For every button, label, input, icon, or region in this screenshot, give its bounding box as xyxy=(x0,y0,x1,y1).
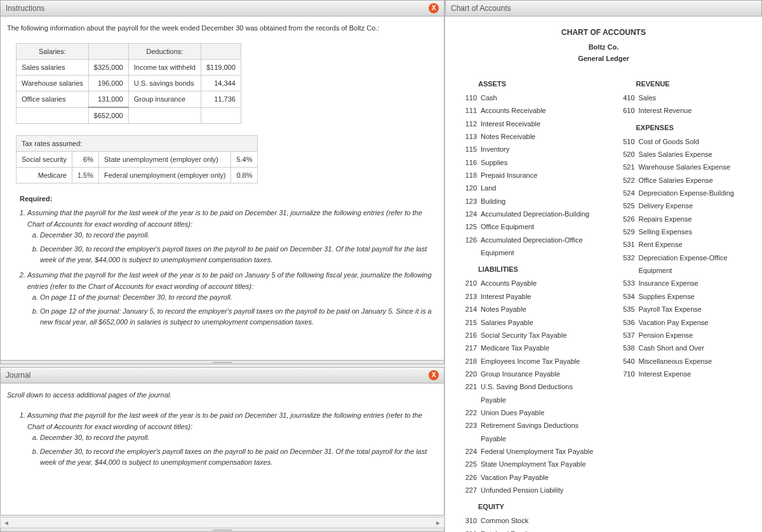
account-row: 525Delivery Expense xyxy=(613,199,752,212)
scroll-left-icon[interactable]: ◄ xyxy=(3,519,10,526)
journal-header: Journal X xyxy=(0,367,444,383)
account-row: 210Accounts Payable xyxy=(455,277,594,289)
account-name: Land xyxy=(481,182,594,194)
account-name: Notes Receivable xyxy=(481,130,594,143)
account-name: Selling Expenses xyxy=(639,225,752,238)
list-item: December 30, to record the payroll. xyxy=(40,230,438,241)
account-row: 531Rent Expense xyxy=(613,238,752,251)
coa-left-column: ASSETS 110Cash111Accounts Receivable112I… xyxy=(455,74,594,532)
account-name: Supplies Expense xyxy=(639,290,752,303)
horizontal-scrollbar[interactable]: ◄ ► xyxy=(0,517,444,528)
account-row: 610Interest Revenue xyxy=(613,104,752,117)
close-icon[interactable]: X xyxy=(429,3,439,13)
account-name: Cost of Goods Sold xyxy=(639,135,752,148)
revenue-heading: REVENUE xyxy=(636,80,752,88)
list-item: Assuming that the payroll for the last w… xyxy=(27,410,438,469)
coa-header: Chart of Accounts xyxy=(445,0,762,17)
account-name: Interest Revenue xyxy=(639,104,752,117)
account-row: 111Accounts Receivable xyxy=(455,104,594,117)
close-icon[interactable]: X xyxy=(429,370,439,380)
account-name: Pension Expense xyxy=(639,329,752,342)
account-number: 126 xyxy=(455,234,477,260)
account-number: 524 xyxy=(613,187,635,199)
journal-body[interactable]: Scroll down to access additional pages o… xyxy=(0,383,444,515)
journal-requirements: Assuming that the payroll for the last w… xyxy=(27,410,438,469)
account-row: 520Sales Salaries Expense xyxy=(613,148,752,161)
coa-body[interactable]: CHART OF ACCOUNTS Boltz Co. General Ledg… xyxy=(445,17,762,532)
account-row: 522Office Salaries Expense xyxy=(613,174,752,187)
account-name: Interest Payable xyxy=(481,290,594,303)
account-number: 227 xyxy=(455,484,477,496)
account-row: 536Vacation Pay Expense xyxy=(613,316,752,329)
account-number: 215 xyxy=(455,316,477,329)
account-name: Vacation Pay Expense xyxy=(639,316,752,329)
account-row: 225State Unemployment Tax Payable xyxy=(455,458,594,470)
list-item: On page 12 of the journal: January 5, to… xyxy=(40,306,438,328)
journal-panel: Journal X Scroll down to access addition… xyxy=(0,367,444,532)
account-number: 533 xyxy=(613,277,635,289)
account-row: 218Employees Income Tax Payable xyxy=(455,355,594,368)
coa-right-column: REVENUE 410Sales610Interest Revenue EXPE… xyxy=(613,74,752,532)
coa-panel: Chart of Accounts CHART OF ACCOUNTS Bolt… xyxy=(444,0,762,532)
account-row: 222Union Dues Payable xyxy=(455,406,594,419)
account-number: 123 xyxy=(455,195,477,208)
account-number: 222 xyxy=(455,406,477,419)
scroll-right-icon[interactable]: ► xyxy=(435,519,441,526)
account-number: 218 xyxy=(455,355,477,368)
resize-grip[interactable] xyxy=(0,528,444,532)
equity-heading: EQUITY xyxy=(478,503,594,510)
account-name: Accumulated Depreciation-Building xyxy=(481,208,594,220)
account-name: Prepaid Insurance xyxy=(481,169,594,182)
account-number: 526 xyxy=(613,213,635,225)
coa-company: Boltz Co. xyxy=(455,43,752,51)
table-row: Social security 6% State unemployment (e… xyxy=(17,152,258,168)
account-number: 521 xyxy=(613,161,635,173)
account-name: Accumulated Depreciation-Office Equipmen… xyxy=(481,234,594,260)
account-row: 125Office Equipment xyxy=(455,220,594,233)
account-row: 310Common Stock xyxy=(455,514,594,527)
account-row: 510Cost of Goods Sold xyxy=(613,135,752,148)
account-name: Vacation Pay Payable xyxy=(481,471,594,484)
account-row: 126Accumulated Depreciation-Office Equip… xyxy=(455,234,594,260)
account-name: Office Equipment xyxy=(481,220,594,233)
account-name: Cash xyxy=(481,91,594,104)
instructions-panel: Instructions X The following information… xyxy=(0,0,444,364)
deductions-header: Deductions: xyxy=(128,44,201,60)
account-name: Office Salaries Expense xyxy=(639,174,752,187)
account-number: 537 xyxy=(613,329,635,342)
journal-title: Journal xyxy=(6,371,30,380)
list-item: Assuming that the payroll for the last w… xyxy=(27,270,438,328)
account-row: 710Interest Expense xyxy=(613,368,752,380)
table-row: Office salaries 131,000 Group insurance … xyxy=(17,91,241,108)
account-number: 120 xyxy=(455,182,477,194)
account-name: Sales xyxy=(639,91,752,104)
coa-ledger: General Ledger xyxy=(455,55,752,62)
instructions-body[interactable]: The following information about the payr… xyxy=(0,17,444,361)
account-number: 213 xyxy=(455,290,477,303)
account-number: 124 xyxy=(455,208,477,220)
account-number: 112 xyxy=(455,117,477,130)
resize-grip[interactable] xyxy=(0,361,444,364)
instructions-title: Instructions xyxy=(6,4,44,13)
account-row: 410Sales xyxy=(613,91,752,104)
account-name: Warehouse Salaries Expense xyxy=(639,161,752,173)
account-row: 533Insurance Expense xyxy=(613,277,752,289)
account-row: 534Supplies Expense xyxy=(613,290,752,303)
assets-heading: ASSETS xyxy=(478,80,594,88)
account-number: 210 xyxy=(455,277,477,289)
account-number: 540 xyxy=(613,355,635,368)
account-name: Sales Salaries Expense xyxy=(639,148,752,161)
account-row: 221U.S. Saving Bond Deductions Payable xyxy=(455,380,594,406)
account-row: 521Warehouse Salaries Expense xyxy=(613,161,752,173)
account-row: 124Accumulated Depreciation-Building xyxy=(455,208,594,220)
account-number: 532 xyxy=(613,251,635,277)
account-number: 110 xyxy=(455,91,477,104)
account-row: 110Cash xyxy=(455,91,594,104)
coa-heading: CHART OF ACCOUNTS xyxy=(455,28,752,37)
account-row: 215Salaries Payable xyxy=(455,316,594,329)
account-number: 111 xyxy=(455,104,477,117)
account-number: 311 xyxy=(455,528,477,532)
account-row: 524Depreciation Expense-Building xyxy=(613,187,752,199)
tax-table: Tax rates assumed: Social security 6% St… xyxy=(16,135,258,183)
account-row: 224Federal Unemployment Tax Payable xyxy=(455,445,594,458)
